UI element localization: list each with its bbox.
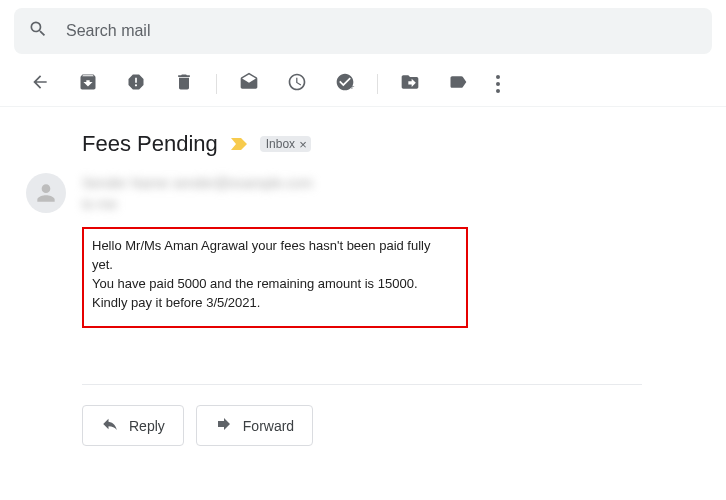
sender-info: Sender Name sender@example.com to me: [82, 173, 313, 215]
separator: [216, 74, 217, 94]
sender-line2: to me: [82, 194, 313, 215]
spam-icon[interactable]: [126, 72, 146, 96]
body-line: Kindly pay it before 3/5/2021.: [92, 294, 454, 313]
search-icon: [28, 19, 48, 43]
move-to-icon[interactable]: [400, 72, 420, 96]
toolbar: +: [0, 54, 726, 107]
search-input[interactable]: [64, 21, 698, 41]
body-line: You have paid 5000 and the remaining amo…: [92, 275, 454, 294]
reply-label: Reply: [129, 418, 165, 434]
important-marker-icon[interactable]: [230, 136, 248, 152]
search-bar[interactable]: [14, 8, 712, 54]
more-icon[interactable]: [496, 75, 500, 93]
labels-icon[interactable]: [448, 72, 468, 96]
mark-unread-icon[interactable]: [239, 72, 259, 96]
sender-line1: Sender Name sender@example.com: [82, 173, 313, 194]
forward-button[interactable]: Forward: [196, 405, 313, 446]
reply-button[interactable]: Reply: [82, 405, 184, 446]
delete-icon[interactable]: [174, 72, 194, 96]
inbox-label-text: Inbox: [266, 137, 295, 151]
subject-text: Fees Pending: [82, 131, 218, 157]
subject-row: Fees Pending Inbox ×: [0, 107, 726, 167]
back-icon[interactable]: [30, 72, 50, 96]
avatar: [26, 173, 66, 213]
inbox-label-chip[interactable]: Inbox ×: [260, 136, 311, 152]
reply-icon: [101, 415, 119, 436]
close-icon[interactable]: ×: [299, 138, 307, 151]
forward-label: Forward: [243, 418, 294, 434]
body-line: Hello Mr/Ms Aman Agrawal your fees hasn'…: [92, 237, 454, 275]
action-row: Reply Forward: [0, 385, 726, 446]
snooze-icon[interactable]: [287, 72, 307, 96]
forward-icon: [215, 415, 233, 436]
add-task-icon[interactable]: +: [335, 72, 355, 96]
email-body: Hello Mr/Ms Aman Agrawal your fees hasn'…: [82, 227, 468, 328]
archive-icon[interactable]: [78, 72, 98, 96]
separator: [377, 74, 378, 94]
svg-text:+: +: [349, 82, 354, 92]
sender-row: Sender Name sender@example.com to me: [0, 167, 726, 215]
